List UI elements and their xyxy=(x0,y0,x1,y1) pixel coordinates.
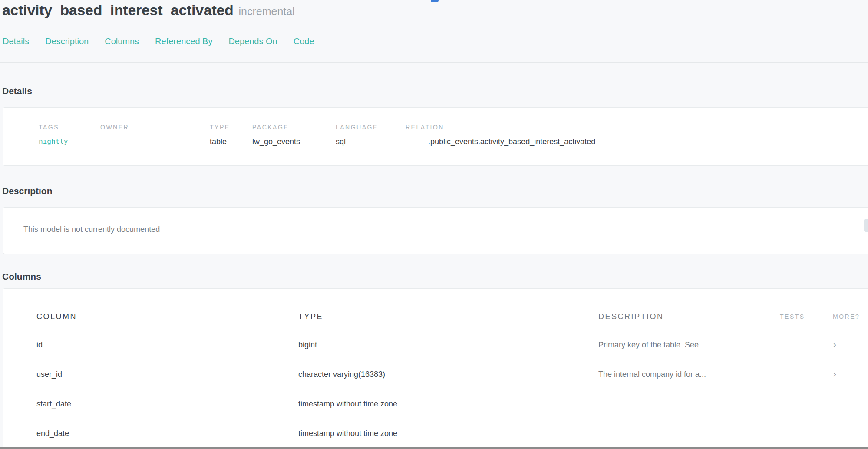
field-package-label: Package xyxy=(252,124,289,131)
header-tests: Tests xyxy=(780,313,820,320)
header-column: Column xyxy=(3,313,298,320)
field-language-label: Language xyxy=(336,124,378,131)
header-description: Description xyxy=(598,313,780,320)
field-tags-label: Tags xyxy=(39,124,59,131)
column-type: bigint xyxy=(298,340,598,350)
tab-description[interactable]: Description xyxy=(45,36,89,47)
description-card: This model is not currently documented xyxy=(3,207,868,254)
tag-link-nightly[interactable]: nightly xyxy=(39,136,68,147)
chevron-right-icon[interactable]: › xyxy=(833,369,837,380)
description-section-heading: Description xyxy=(2,185,53,197)
right-edge-cutoff-element xyxy=(864,219,868,232)
column-name: user_id xyxy=(3,370,298,379)
tab-code[interactable]: Code xyxy=(294,36,314,47)
field-language-value: sql xyxy=(336,136,346,147)
table-row-user-id[interactable]: user_id character varying(16383) The int… xyxy=(3,360,868,389)
tab-details[interactable]: Details xyxy=(3,36,29,47)
field-relation-label: Relation xyxy=(406,124,444,131)
column-type: timestamp without time zone xyxy=(298,399,598,409)
field-relation-value: .public_events.activity_based_interest_a… xyxy=(428,136,595,147)
column-name: start_date xyxy=(3,399,298,409)
details-section-heading: Details xyxy=(2,85,32,97)
details-card: Tags nightly Owner Type table Package lw… xyxy=(3,107,868,166)
section-tab-nav: Details Description Columns Referenced B… xyxy=(3,36,314,47)
columns-card: Column Type Description Tests More? id b… xyxy=(3,288,868,449)
header-type: Type xyxy=(298,313,598,320)
field-type-label: Type xyxy=(210,124,230,131)
columns-table-header: Column Type Description Tests More? xyxy=(3,289,868,320)
chevron-right-icon[interactable]: › xyxy=(833,339,837,350)
materialization-badge: incremental xyxy=(239,5,295,17)
table-row-id[interactable]: id bigint Primary key of the table. See.… xyxy=(3,330,868,360)
column-type: timestamp without time zone xyxy=(298,429,598,438)
columns-table-body: id bigint Primary key of the table. See.… xyxy=(3,330,868,448)
column-description: The internal company id for a... xyxy=(598,370,780,379)
tab-depends-on[interactable]: Depends On xyxy=(228,36,277,47)
tab-referenced-by[interactable]: Referenced By xyxy=(155,36,212,47)
column-description: Primary key of the table. See... xyxy=(598,340,780,350)
field-package-value: lw_go_events xyxy=(252,136,300,147)
table-row-end-date[interactable]: end_date timestamp without time zone xyxy=(3,419,868,448)
table-row-start-date[interactable]: start_date timestamp without time zone xyxy=(3,389,868,419)
column-type: character varying(16383) xyxy=(298,370,598,379)
description-text: This model is not currently documented xyxy=(23,224,160,234)
column-name: end_date xyxy=(3,429,298,438)
column-name: id xyxy=(3,340,298,350)
page-header: activity_based_interest_activatedincreme… xyxy=(2,0,827,20)
page-title: activity_based_interest_activated xyxy=(2,2,234,18)
header-divider xyxy=(0,62,868,63)
tab-columns[interactable]: Columns xyxy=(105,36,139,47)
bottom-edge-bar xyxy=(0,447,868,449)
field-type-value: table xyxy=(210,136,227,147)
field-owner-label: Owner xyxy=(100,124,129,131)
columns-section-heading: Columns xyxy=(2,271,41,283)
header-more: More? xyxy=(820,313,868,320)
